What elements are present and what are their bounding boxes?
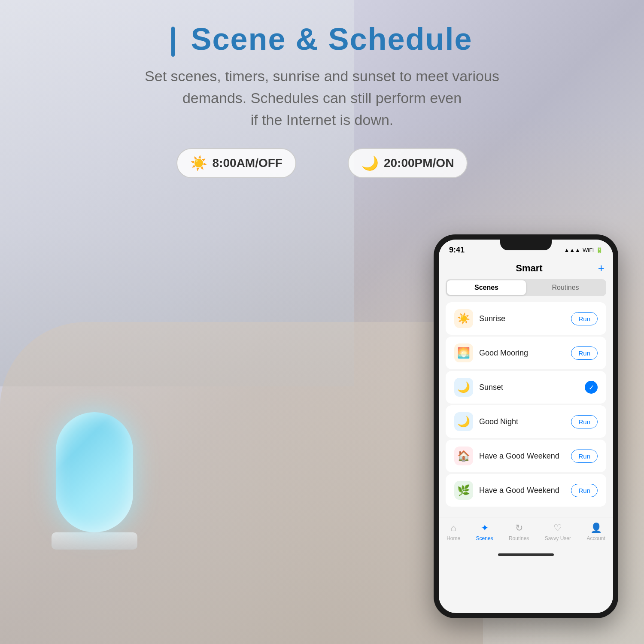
nav-item-home[interactable]: ⌂ Home bbox=[447, 522, 460, 541]
routines-nav-icon: ↻ bbox=[515, 522, 523, 534]
weekend-green-name: Have a Good Weekend bbox=[479, 486, 565, 495]
scene-item-weekend-green[interactable]: 🌿 Have a Good Weekend Run bbox=[446, 474, 606, 507]
nav-item-routines[interactable]: ↻ Routines bbox=[509, 522, 529, 541]
subtitle-line1: Set scenes, timers, sunrise and sunset t… bbox=[145, 68, 499, 84]
scene-item-good-mooring[interactable]: 🌅 Good Mooring Run bbox=[446, 337, 606, 369]
morning-status: /OFF bbox=[255, 156, 283, 170]
bottom-nav: ⌂ Home ✦ Scenes ↻ Routines ♡ Savvy User bbox=[439, 517, 613, 550]
smart-lamp bbox=[52, 412, 137, 550]
nav-item-scenes[interactable]: ✦ Scenes bbox=[476, 522, 493, 541]
schedule-badge-night: 🌙 20:00PM/ON bbox=[348, 148, 468, 178]
title-bar bbox=[171, 27, 175, 57]
routines-tab-label: Routines bbox=[552, 284, 579, 291]
status-icons: ▲▲▲ WiFi 🔋 bbox=[564, 247, 603, 253]
app-tabs: Scenes Routines bbox=[446, 279, 606, 296]
status-time: 9:41 bbox=[449, 246, 465, 255]
add-button[interactable]: + bbox=[598, 261, 605, 275]
sunset-check-icon: ✓ bbox=[585, 381, 598, 394]
title-text: Scene & Schedule bbox=[191, 22, 472, 56]
scenes-nav-icon: ✦ bbox=[481, 522, 489, 534]
phone-frame: 9:41 ▲▲▲ WiFi 🔋 Smart + Scenes bbox=[434, 234, 618, 618]
sun-icon: ☀️ bbox=[190, 155, 207, 171]
phone-mockup: 9:41 ▲▲▲ WiFi 🔋 Smart + Scenes bbox=[434, 234, 618, 618]
home-indicator bbox=[498, 553, 554, 556]
good-night-name: Good Night bbox=[479, 417, 565, 426]
home-nav-icon: ⌂ bbox=[451, 522, 456, 534]
night-status: /ON bbox=[433, 156, 454, 170]
phone-screen: 9:41 ▲▲▲ WiFi 🔋 Smart + Scenes bbox=[439, 240, 613, 613]
scene-item-sunrise[interactable]: ☀️ Sunrise Run bbox=[446, 302, 606, 335]
weekend-red-run-button[interactable]: Run bbox=[571, 450, 598, 463]
tab-scenes[interactable]: Scenes bbox=[447, 280, 526, 295]
schedule-time-morning: 8:00AM/OFF bbox=[213, 156, 283, 170]
scene-item-good-night[interactable]: 🌙 Good Night Run bbox=[446, 405, 606, 438]
account-nav-icon: 👤 bbox=[590, 522, 602, 534]
page-title: Scene & Schedule bbox=[0, 21, 644, 57]
app-header: Smart + bbox=[439, 258, 613, 279]
schedule-time-night: 20:00PM/ON bbox=[384, 156, 454, 170]
scene-item-weekend-red[interactable]: 🏠 Have a Good Weekend Run bbox=[446, 440, 606, 472]
battery-icon: 🔋 bbox=[596, 247, 603, 253]
good-mooring-run-button[interactable]: Run bbox=[571, 346, 598, 360]
nav-item-account[interactable]: 👤 Account bbox=[586, 522, 605, 541]
signal-icon: ▲▲▲ bbox=[564, 247, 580, 253]
schedule-row: ☀️ 8:00AM/OFF 🌙 20:00PM/ON bbox=[0, 148, 644, 178]
night-icon: 🌙 bbox=[454, 412, 473, 431]
routines-nav-label: Routines bbox=[509, 535, 529, 541]
sunrise-name: Sunrise bbox=[479, 314, 565, 323]
scene-item-sunset[interactable]: 🌙 Sunset ✓ bbox=[446, 371, 606, 404]
phone-notch bbox=[500, 240, 552, 250]
scene-list: ☀️ Sunrise Run 🌅 Good Mooring Run 🌙 Suns… bbox=[439, 296, 613, 513]
savvy-user-nav-icon: ♡ bbox=[553, 522, 562, 534]
nav-item-savvy-user[interactable]: ♡ Savvy User bbox=[545, 522, 571, 541]
morning-icon: 🌅 bbox=[454, 343, 473, 362]
lamp-body bbox=[56, 412, 133, 532]
account-nav-label: Account bbox=[586, 535, 605, 541]
moon-icon: 🌙 bbox=[361, 155, 379, 171]
weekend-green-icon: 🌿 bbox=[454, 481, 473, 500]
tab-routines[interactable]: Routines bbox=[526, 280, 605, 295]
app-title: Smart bbox=[460, 263, 598, 274]
subtitle: Set scenes, timers, sunrise and sunset t… bbox=[0, 65, 644, 131]
home-nav-label: Home bbox=[447, 535, 460, 541]
lamp-base bbox=[52, 532, 137, 550]
weekend-green-run-button[interactable]: Run bbox=[571, 484, 598, 497]
sunset-name: Sunset bbox=[479, 383, 579, 392]
night-time: 20:00PM bbox=[384, 156, 433, 170]
sunrise-run-button[interactable]: Run bbox=[571, 312, 598, 325]
scenes-nav-label: Scenes bbox=[476, 535, 493, 541]
main-content: Scene & Schedule Set scenes, timers, sun… bbox=[0, 0, 644, 644]
subtitle-line2: demands. Schedules can still perform eve… bbox=[182, 90, 462, 106]
schedule-badge-morning: ☀️ 8:00AM/OFF bbox=[176, 148, 296, 178]
scenes-tab-label: Scenes bbox=[474, 284, 498, 291]
weekend-red-name: Have a Good Weekend bbox=[479, 452, 565, 461]
weekend-red-icon: 🏠 bbox=[454, 447, 473, 465]
good-night-run-button[interactable]: Run bbox=[571, 415, 598, 428]
savvy-user-nav-label: Savvy User bbox=[545, 535, 571, 541]
sunset-icon: 🌙 bbox=[454, 378, 473, 397]
wifi-icon: WiFi bbox=[583, 247, 594, 253]
good-mooring-name: Good Mooring bbox=[479, 349, 565, 358]
subtitle-line3: if the Internet is down. bbox=[251, 112, 394, 128]
header-section: Scene & Schedule Set scenes, timers, sun… bbox=[0, 0, 644, 178]
morning-time: 8:00AM bbox=[213, 156, 255, 170]
sunrise-icon: ☀️ bbox=[454, 309, 473, 328]
